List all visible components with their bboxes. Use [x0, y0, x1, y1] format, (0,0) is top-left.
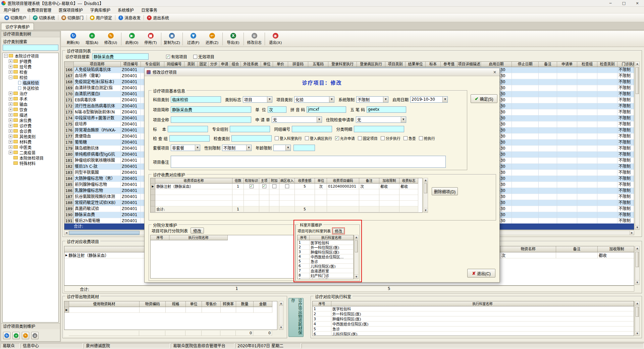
tree-node-12[interactable]: +床位费	[3, 117, 58, 123]
dialog-dept-row[interactable]: 1医学检验科	[298, 240, 354, 245]
dialog-select-enable-date[interactable]: 2019-10-30▼	[410, 96, 448, 103]
charge-column-header-11[interactable]: 收费标志	[399, 178, 418, 184]
tree-node-4[interactable]: −检验	[3, 74, 58, 80]
dialog-select-inpatient-request[interactable]: 无▼	[356, 116, 406, 123]
menu-dictionary-maint[interactable]: 字典库维护	[87, 7, 114, 13]
dialog-checkbox-fixed-item[interactable]: 固定项目	[358, 136, 378, 141]
dialog-dept-column-header-0[interactable]: 序号	[298, 235, 310, 240]
tree-node-1[interactable]: +护理费	[3, 58, 58, 64]
materials-column-header-4[interactable]: 零售价	[202, 301, 221, 307]
dialog-field-age-value[interactable]	[293, 145, 315, 151]
plist-column-header-6[interactable]: 分步	[209, 62, 219, 67]
charge-table-row[interactable]	[151, 189, 422, 195]
tree-collapse-icon[interactable]: −	[4, 54, 8, 58]
tree-node-11[interactable]: +描述	[3, 112, 58, 117]
dialog-select-age-limit[interactable]: ▼	[273, 145, 291, 151]
dialog-field-group-no[interactable]	[292, 126, 332, 132]
valid-items-checkbox[interactable]: ✓ 有效项目	[166, 54, 187, 59]
dialog-exit-button[interactable]: ✘ 退出(C)	[467, 269, 495, 278]
plist-column-header-14[interactable]: 登录科室执行	[328, 62, 357, 67]
dialog-dept-row[interactable]: 2外一科住院区(医)	[298, 245, 354, 250]
quick-switch-user-button[interactable]: ◉切换用户	[2, 14, 29, 21]
plist-column-header-2[interactable]: 专业组别	[141, 62, 164, 67]
dialog-field-class-detail[interactable]	[354, 126, 404, 132]
add-button[interactable]: +增加(A)	[83, 32, 101, 46]
project-table-vscrollbar[interactable]: ▲ ▼	[635, 61, 640, 230]
materials-column-header-7[interactable]: 金额	[254, 301, 272, 307]
plist-column-header-5[interactable]: 固定	[198, 62, 209, 67]
dialog-field-pinyin[interactable]: jmcxf	[307, 106, 346, 113]
dropdown-arrow-icon[interactable]: ▼	[285, 145, 290, 151]
menu-user-operations[interactable]: 用户操作	[0, 7, 23, 13]
scroll-thumb[interactable]	[636, 67, 639, 94]
dept-panel-row[interactable]: 5急诊	[313, 327, 634, 332]
restore-button[interactable]: ↩还原(Z)	[203, 32, 221, 46]
dropdown-arrow-icon[interactable]: ▼	[401, 117, 406, 122]
materials-column-header-0[interactable]: 使用物资耗材	[69, 301, 140, 307]
dialog-checkbox-urgent[interactable]: 急查	[404, 136, 416, 141]
charge-column-header-7[interactable]: 单位	[315, 178, 327, 184]
tree-expand-icon[interactable]: +	[9, 124, 12, 128]
dialog-field-specimen[interactable]	[168, 126, 208, 132]
dialog-field-check-category[interactable]	[231, 135, 272, 142]
modify-button[interactable]: ✎修改(U)	[101, 32, 120, 46]
scroll-up-icon[interactable]: ▲	[635, 301, 639, 306]
plist-column-header-9[interactable]: 外挂系统	[241, 62, 261, 67]
dialog-field-item-remark[interactable]	[171, 156, 446, 168]
charge-table-row[interactable]	[151, 195, 422, 201]
delete-detail-button[interactable]: 删除细项(D)	[432, 187, 458, 195]
materials-column-header-5[interactable]: 转换率	[221, 301, 236, 307]
confirm-button[interactable]: ✔ 确定(S)	[471, 94, 497, 103]
dialog-checkbox-ward-exec[interactable]: 登入病区执行	[305, 136, 332, 141]
tree-expand-icon[interactable]: +	[9, 135, 12, 138]
minimize-button[interactable]: ─	[604, 0, 617, 6]
materials-row[interactable]: ▶	[64, 307, 277, 313]
dept-panel-row[interactable]: 2外一科住院区(医)	[313, 311, 634, 316]
dialog-field-short-name[interactable]: 静脉采血费	[171, 106, 251, 113]
category-add-button[interactable]: +	[12, 332, 20, 339]
quick-exit-system-button[interactable]: ×退出系统	[145, 14, 171, 21]
plist-column-header-24[interactable]: 申请单	[557, 62, 577, 67]
tree-node-20[interactable]: 特殊材料	[3, 160, 58, 166]
charge-column-header-0[interactable]: 收费项目名称	[155, 178, 232, 184]
dialog-close-icon[interactable]: ×	[490, 68, 499, 76]
tab-clinic-dictionary[interactable]: 诊疗字典维护	[1, 23, 34, 30]
tree-collapse-icon[interactable]: −	[9, 76, 12, 79]
charge-column-header-8[interactable]: 收费项目编码	[327, 178, 359, 184]
scroll-thumb[interactable]	[69, 231, 140, 235]
scroll-thumb[interactable]	[355, 240, 358, 252]
menu-charge-item-mgmt[interactable]: 收费项目管理	[23, 7, 55, 13]
charge-column-header-6[interactable]: 收费金额	[295, 178, 315, 184]
dropdown-arrow-icon[interactable]: ▼	[383, 97, 388, 102]
tree-expand-icon[interactable]: +	[9, 97, 12, 101]
plist-column-header-27[interactable]: 门诊执行	[618, 62, 634, 67]
tree-expand-icon[interactable]: +	[9, 129, 12, 133]
scroll-down-icon[interactable]: ▼	[279, 325, 283, 330]
dialog-checkbox-grab-exec[interactable]: 抢执行	[419, 136, 435, 141]
close-button[interactable]: ×	[631, 0, 644, 6]
dialog-dept-row[interactable]: 4中西医结合住院区...	[298, 254, 354, 259]
dialog-field-wubi[interactable]: geetx	[367, 106, 406, 113]
dropdown-arrow-icon[interactable]: ▼	[195, 145, 200, 151]
category-print-button[interactable]: ▤	[31, 332, 39, 339]
tree-expand-icon[interactable]: +	[9, 70, 12, 74]
tree-node-3[interactable]: +检查	[3, 69, 58, 74]
charge-column-header-9[interactable]: 备注	[359, 178, 379, 184]
quick-switch-dept-button[interactable]: ▦切换部门	[59, 14, 86, 21]
tree-expand-icon[interactable]: +	[9, 92, 12, 95]
plist-column-header-4[interactable]: 类别	[184, 62, 198, 67]
dialog-select-item-category[interactable]: 化验▼	[294, 96, 334, 103]
scroll-left-icon[interactable]: ◀	[64, 231, 69, 235]
plist-column-header-21[interactable]: 启用日期	[481, 62, 512, 67]
menu-system-maint[interactable]: 系统维护	[114, 7, 138, 13]
tree-expand-icon[interactable]: +	[9, 108, 12, 111]
charge-column-header-5[interactable]: 病区收入	[279, 178, 295, 184]
scroll-down-icon[interactable]: ▼	[424, 208, 428, 212]
charge-column-header-2[interactable]: 有效标识	[244, 178, 259, 184]
dialog-dept-row[interactable]: 5急诊	[298, 259, 354, 264]
tree-node-19[interactable]: 本院体检项目	[3, 155, 58, 160]
plist-column-header-7[interactable]: 申请	[219, 62, 230, 67]
dropdown-arrow-icon[interactable]: ▼	[246, 145, 251, 151]
plist-column-header-23[interactable]: 备注	[539, 62, 557, 67]
modify-log-button[interactable]: ≡修改日志	[245, 32, 264, 46]
